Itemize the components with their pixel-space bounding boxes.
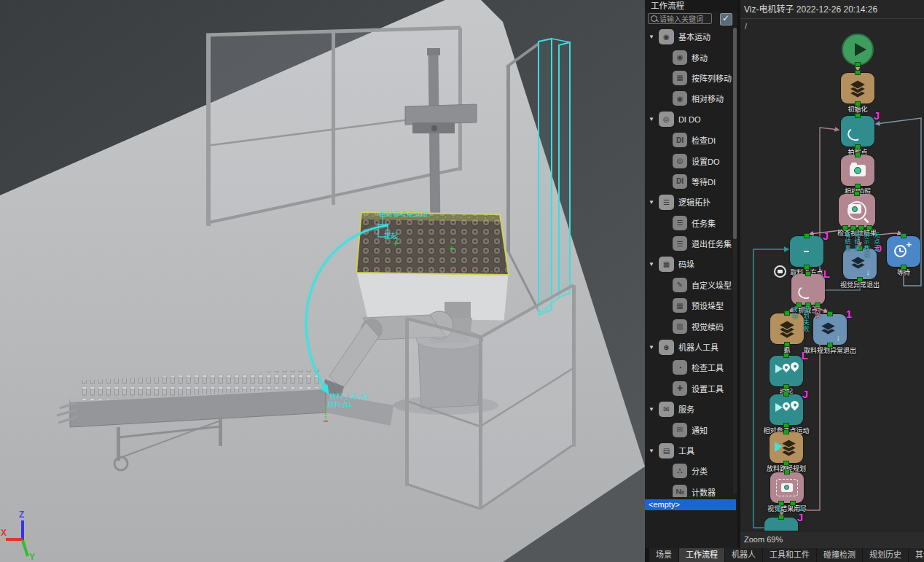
node-badge: 1 bbox=[846, 308, 852, 320]
node-port bbox=[827, 343, 833, 348]
sidebar-step-item[interactable]: ◉移动 bbox=[645, 47, 733, 67]
flow-status-bar: Zoom 69% bbox=[740, 531, 924, 548]
flowchart-pane[interactable]: Viz-电机转子 2022-12-26 20:14:26 / bbox=[740, 0, 924, 548]
task-set-icon: ☰ bbox=[673, 216, 687, 230]
search-input[interactable]: 请输入关键词 bbox=[648, 13, 712, 24]
node-port bbox=[855, 184, 861, 189]
waypoint-label-place-above: 放料上方点1 bbox=[329, 392, 368, 400]
selected-empty-row[interactable]: <empty> bbox=[645, 499, 736, 510]
sidebar-step-item[interactable]: ◉相对移动 bbox=[645, 88, 733, 109]
node-port bbox=[855, 70, 861, 75]
expand-arrow-icon[interactable]: ▼ bbox=[649, 448, 654, 454]
flow-node-lift[interactable]: 提起L bbox=[770, 356, 803, 386]
expand-arrow-icon[interactable]: ▼ bbox=[649, 34, 654, 40]
sidebar-step-item[interactable]: DI等待DI bbox=[645, 171, 733, 192]
sidebar-item-label: 退出任务集 bbox=[692, 238, 732, 249]
layers-icon bbox=[776, 319, 798, 338]
vision-move-indicator-icon bbox=[774, 265, 786, 278]
node-port bbox=[783, 429, 789, 434]
sidebar-item-label: 移动 bbox=[692, 52, 708, 63]
logic-topology-icon: ☰ bbox=[659, 195, 674, 210]
panel-title: 工作流程 bbox=[645, 0, 737, 12]
edge-label: 无点云 bbox=[872, 232, 880, 251]
move-icon: ◉ bbox=[673, 50, 687, 65]
node-port bbox=[901, 233, 907, 238]
node-badge: J bbox=[823, 230, 829, 242]
node-port bbox=[827, 311, 833, 316]
node-port bbox=[804, 265, 810, 270]
flow-node-vision-abnormal-exit[interactable]: 视觉异常退出0 bbox=[843, 249, 877, 279]
tab-规划历史[interactable]: 规划历史 bbox=[863, 548, 908, 562]
start-node[interactable] bbox=[842, 34, 874, 66]
flow-node-check-vision-result[interactable]: 检查视觉结果 bbox=[839, 194, 875, 227]
node-port bbox=[804, 233, 810, 238]
tab-其他[interactable]: 其他 bbox=[909, 548, 924, 562]
sidebar-group-item[interactable]: ▼▦码垛 bbox=[645, 254, 733, 274]
check-tool-icon: ◔ bbox=[673, 360, 687, 375]
flow-node-grasp-point[interactable]: 抓取点L bbox=[791, 274, 825, 305]
sidebar-group-item[interactable]: ▼▤工具 bbox=[645, 440, 733, 461]
sidebar-step-item[interactable]: ✚设置工具 bbox=[645, 378, 733, 399]
flow-node-camera-capture[interactable]: 相机拍照 bbox=[841, 155, 874, 186]
sidebar-step-item[interactable]: DI检查DI bbox=[645, 130, 733, 150]
expand-arrow-icon[interactable]: ▼ bbox=[649, 116, 654, 122]
flow-node-relative-ref-move[interactable]: 相对参考点运动J bbox=[770, 394, 803, 425]
sidebar-group-item[interactable]: ▼◉基本运动 bbox=[645, 26, 733, 47]
waypoint-icon: ◉ bbox=[659, 29, 674, 44]
flow-node-grab[interactable]: 抓 bbox=[770, 313, 804, 344]
sidebar-step-item[interactable]: ✉通知 bbox=[645, 419, 733, 440]
notify-icon: ✉ bbox=[673, 423, 687, 437]
camera-icon bbox=[847, 161, 869, 180]
dido-icon: ◎ bbox=[659, 112, 674, 127]
tab-工具和工件[interactable]: 工具和工件 bbox=[763, 548, 816, 562]
sidebar-group-item[interactable]: ▼✉服务 bbox=[645, 399, 733, 419]
sidebar-step-item[interactable]: ∴分类 bbox=[645, 461, 733, 481]
expand-arrow-icon[interactable]: ▼ bbox=[649, 261, 654, 268]
flow-node-wait[interactable]: 等待 bbox=[887, 236, 920, 267]
viewport-3d[interactable]: 相对参考点运动 提起 放料上方点1 放料点1 Z X Y bbox=[0, 0, 645, 562]
sidebar-step-item[interactable]: ☰任务集 bbox=[645, 213, 733, 233]
sidebar-step-item[interactable]: ▥视觉续码 bbox=[645, 316, 733, 336]
sidebar-group-item[interactable]: ▼◎DI DO bbox=[645, 109, 733, 130]
sidebar-item-label: 检查工具 bbox=[692, 362, 724, 373]
node-port bbox=[783, 461, 789, 466]
edge-label: 否 bbox=[796, 505, 804, 512]
camera-dashed-icon bbox=[776, 479, 798, 496]
flow-node-vision-result-used-up[interactable]: 视觉结果用尽 bbox=[770, 472, 804, 503]
node-port bbox=[866, 225, 872, 230]
sidebar-step-item[interactable]: ✎自定义垛型 bbox=[645, 275, 733, 295]
flow-node-photo-point[interactable]: 拍照点J bbox=[841, 116, 874, 147]
play-layers-icon bbox=[775, 438, 797, 457]
tab-场景[interactable]: 场景 bbox=[649, 548, 678, 562]
sidebar-item-label: 预设垛型 bbox=[692, 300, 724, 311]
sidebar-step-item[interactable]: ▦预设垛型 bbox=[645, 295, 733, 316]
sidebar-step-item[interactable]: ◎设置DO bbox=[645, 150, 733, 171]
wait-di-icon: DI bbox=[673, 174, 687, 189]
tab-碰撞检测[interactable]: 碰撞检测 bbox=[817, 548, 862, 562]
sidebar-step-item[interactable]: ◔检查工具 bbox=[645, 357, 733, 378]
node-port bbox=[784, 311, 790, 316]
tree-scrollbar-thumb[interactable] bbox=[733, 28, 737, 239]
search-filter-checkbox[interactable] bbox=[720, 13, 732, 26]
sidebar-step-item[interactable]: ☰退出任务集 bbox=[645, 233, 733, 254]
clock-plus-icon bbox=[893, 242, 915, 261]
sidebar-group-item[interactable]: ▼☰逻辑拓扑 bbox=[645, 192, 733, 212]
sidebar-group-item[interactable]: ▼⊕机器人工具 bbox=[645, 337, 733, 357]
tab-机器人[interactable]: 机器人 bbox=[725, 548, 762, 562]
check-di-icon: DI bbox=[673, 133, 687, 147]
expand-arrow-icon[interactable]: ▼ bbox=[649, 199, 654, 206]
sidebar-item-label: 视觉续码 bbox=[692, 321, 724, 332]
bottom-tab-bar: 场景工作流程机器人工具和工件碰撞检测规划历史其他日志 bbox=[645, 548, 924, 562]
flow-node-init[interactable]: 初始化 bbox=[841, 73, 874, 104]
sidebar-step-item[interactable]: ▦按阵列移动 bbox=[645, 68, 733, 88]
sidebar-item-label: 逻辑拓扑 bbox=[678, 196, 710, 208]
edge-label: 是 bbox=[774, 505, 781, 512]
array-move-icon: ▦ bbox=[673, 71, 687, 85]
flow-node-place-path-plan[interactable]: 放料路径规划 bbox=[770, 432, 803, 463]
expand-arrow-icon[interactable]: ▼ bbox=[649, 406, 654, 413]
edge-label: 未示教点 bbox=[862, 232, 869, 258]
flow-node-pick-above-point[interactable]: 取料上方点J bbox=[790, 236, 823, 267]
expand-arrow-icon[interactable]: ▼ bbox=[649, 344, 654, 351]
sidebar-item-label: 分类 bbox=[692, 465, 708, 477]
tab-工作流程[interactable]: 工作流程 bbox=[679, 548, 724, 562]
